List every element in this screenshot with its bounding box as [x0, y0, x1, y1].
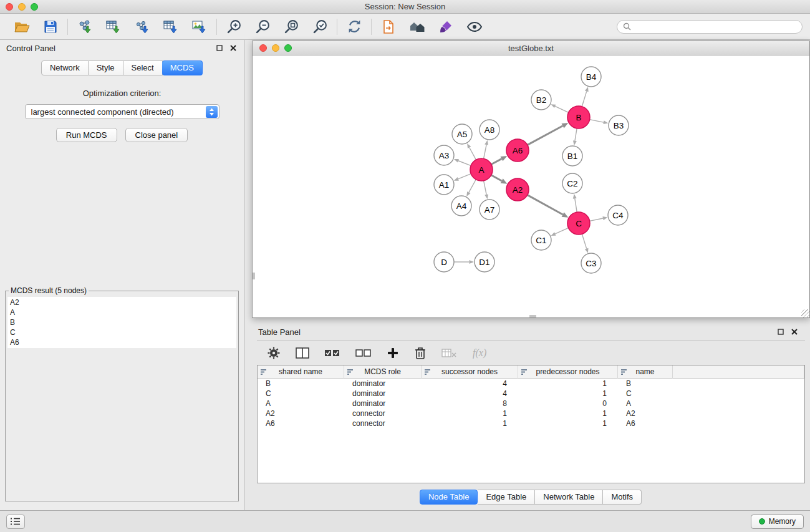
- node-B[interactable]: B: [567, 106, 590, 128]
- node-B2[interactable]: B2: [531, 90, 551, 110]
- node-C4[interactable]: C4: [608, 205, 628, 225]
- delete-column-button[interactable]: [414, 346, 427, 360]
- table-row[interactable]: A6connector11A6: [258, 418, 804, 428]
- edge-A6-B[interactable]: [528, 123, 568, 145]
- column-header-name[interactable]: name: [618, 365, 673, 379]
- tab-edge-table[interactable]: Edge Table: [478, 490, 535, 505]
- edge-A-A3[interactable]: [454, 159, 471, 166]
- deselect-all-button[interactable]: [355, 347, 372, 359]
- node-C[interactable]: C: [567, 212, 590, 235]
- table-row[interactable]: Bdominator41B: [258, 379, 804, 389]
- network-minimize-button[interactable]: [272, 44, 279, 52]
- import-network-button[interactable]: [75, 17, 94, 36]
- function-builder-button[interactable]: f(x): [471, 347, 493, 359]
- select-all-button[interactable]: [324, 347, 340, 359]
- edge-A-A5[interactable]: [467, 143, 476, 160]
- node-B4[interactable]: B4: [581, 67, 601, 87]
- import-table-button[interactable]: [104, 17, 123, 36]
- node-A[interactable]: A: [470, 158, 493, 181]
- node-B3[interactable]: B3: [609, 115, 629, 135]
- eye-button[interactable]: [465, 17, 484, 36]
- search-input[interactable]: [634, 22, 796, 31]
- snapshot-button[interactable]: [379, 17, 398, 36]
- zoom-in-button[interactable]: [224, 17, 243, 36]
- node-A8[interactable]: A8: [480, 120, 499, 140]
- node-D1[interactable]: D1: [475, 252, 494, 272]
- node-A2[interactable]: A2: [506, 178, 529, 201]
- node-A3[interactable]: A3: [434, 145, 454, 165]
- edge-B-B2[interactable]: [551, 104, 568, 112]
- node-D[interactable]: D: [434, 252, 454, 272]
- column-header-predecessor-nodes[interactable]: predecessor nodes: [518, 365, 618, 379]
- edge-A-A2[interactable]: [491, 175, 508, 184]
- network-zoom-button[interactable]: [284, 44, 292, 52]
- result-item[interactable]: A: [10, 307, 234, 317]
- export-network-button[interactable]: [133, 17, 152, 36]
- edge-A-A4[interactable]: [466, 180, 476, 196]
- home-button[interactable]: [408, 17, 427, 36]
- close-panel-button[interactable]: [230, 45, 236, 51]
- float-panel-button[interactable]: [216, 45, 223, 51]
- minimize-window-button[interactable]: [18, 3, 26, 11]
- network-canvas[interactable]: B4B2BB3A8A5A6A3B1AC2A1A2A4A7C4CC1DD1C3: [253, 56, 809, 317]
- export-image-button[interactable]: [190, 17, 209, 36]
- result-item[interactable]: B: [10, 317, 234, 327]
- zoom-window-button[interactable]: [31, 3, 38, 11]
- edge-B-B1[interactable]: [573, 128, 577, 145]
- node-A6[interactable]: A6: [506, 139, 529, 162]
- tab-node-table[interactable]: Node Table: [420, 490, 478, 505]
- float-table-panel-button[interactable]: [778, 329, 784, 335]
- criterion-select[interactable]: largest connected component (directed): [25, 104, 219, 119]
- export-table-button[interactable]: [162, 17, 180, 36]
- clear-table-button[interactable]: [441, 347, 456, 359]
- node-A4[interactable]: A4: [451, 196, 471, 216]
- memory-button[interactable]: Memory: [751, 515, 804, 529]
- node-B1[interactable]: B1: [562, 146, 582, 166]
- tab-style[interactable]: Style: [89, 60, 123, 75]
- column-header-shared-name[interactable]: shared name: [258, 365, 344, 379]
- network-close-button[interactable]: [259, 44, 267, 52]
- edge-C-C1[interactable]: [551, 228, 569, 236]
- add-column-button[interactable]: [387, 347, 399, 359]
- tab-select[interactable]: Select: [123, 60, 163, 75]
- node-C1[interactable]: C1: [531, 230, 551, 250]
- node-A5[interactable]: A5: [452, 124, 472, 144]
- edge-A-A1[interactable]: [454, 174, 471, 181]
- open-button[interactable]: [12, 17, 31, 36]
- result-item[interactable]: A6: [10, 337, 234, 347]
- zoom-out-button[interactable]: [253, 17, 272, 36]
- node-A7[interactable]: A7: [480, 200, 499, 220]
- tab-network[interactable]: Network: [41, 60, 89, 75]
- resize-gripper[interactable]: [801, 309, 809, 317]
- save-button[interactable]: [41, 17, 60, 36]
- edge-C-C2[interactable]: [573, 194, 577, 212]
- result-item[interactable]: C: [10, 327, 234, 337]
- refresh-layout-button[interactable]: [345, 17, 364, 36]
- edge-C-C4[interactable]: [590, 216, 608, 221]
- tab-mcds[interactable]: MCDS: [162, 60, 203, 75]
- zoom-selected-button[interactable]: [311, 17, 329, 36]
- edge-A-A6[interactable]: [491, 156, 507, 165]
- column-header-mcds-role[interactable]: MCDS role: [344, 365, 422, 379]
- edge-A-A7[interactable]: [484, 181, 488, 200]
- table-row[interactable]: A2connector11A2: [258, 409, 804, 418]
- show-columns-button[interactable]: [296, 347, 309, 359]
- node-C3[interactable]: C3: [581, 253, 601, 273]
- close-table-panel-button[interactable]: [791, 329, 798, 335]
- zoom-fit-button[interactable]: [282, 17, 301, 36]
- table-settings-button[interactable]: [267, 346, 281, 360]
- style-button[interactable]: [436, 17, 455, 36]
- close-window-button[interactable]: [6, 3, 13, 11]
- edge-D-D1[interactable]: [454, 260, 474, 264]
- edge-A-A8[interactable]: [484, 140, 488, 159]
- edge-B-B3[interactable]: [590, 120, 609, 124]
- edge-B-B4[interactable]: [582, 87, 588, 107]
- task-history-button[interactable]: [6, 515, 25, 529]
- tab-motifs[interactable]: Motifs: [603, 490, 642, 505]
- column-header-successor-nodes[interactable]: successor nodes: [422, 365, 518, 379]
- run-mcds-button[interactable]: Run MCDS: [56, 128, 117, 142]
- table-row[interactable]: Adominator80A: [258, 399, 804, 409]
- search-box[interactable]: [617, 20, 803, 34]
- node-C2[interactable]: C2: [562, 173, 582, 193]
- edge-C-C3[interactable]: [582, 234, 588, 253]
